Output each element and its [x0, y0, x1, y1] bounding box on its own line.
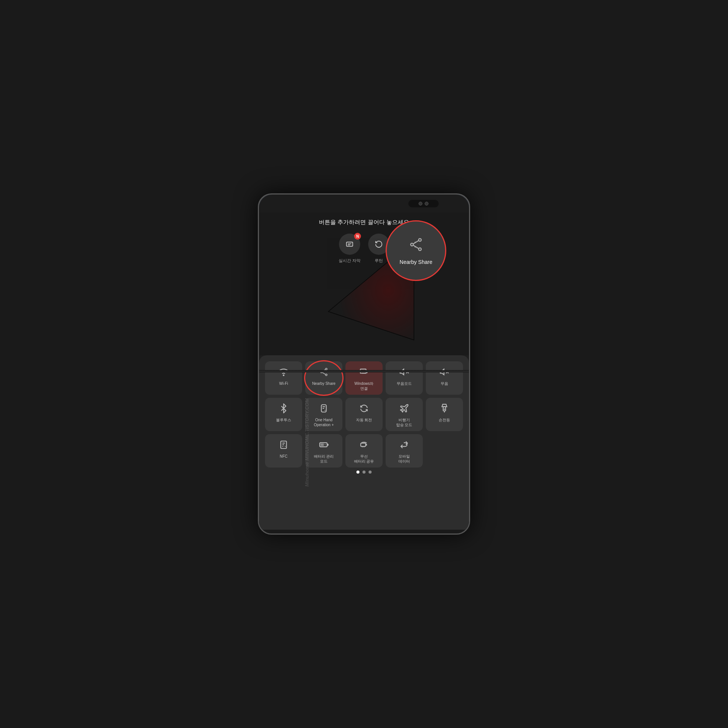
auto-rotate-label: 자동 회전: [356, 417, 372, 422]
tile-empty: [426, 434, 463, 468]
wireless-battery-icon: [357, 438, 371, 452]
badge-n: N: [354, 233, 361, 240]
svg-point-13: [325, 374, 327, 376]
dot-3[interactable]: [369, 471, 372, 474]
tile-battery-mode[interactable]: 배터리 관리모드: [305, 434, 342, 468]
device: 버튼을 추가하려면 끌어다 놓으세요: [258, 193, 470, 535]
live-caption-icon: N: [339, 234, 360, 255]
instruction-text: 버튼을 추가하려면 끌어다 놓으세요: [319, 219, 409, 226]
silent-mode-label: 무음모드: [397, 381, 412, 386]
routines-label: 루틴: [375, 258, 383, 264]
one-hand-icon: [317, 402, 331, 415]
one-hand-label: One HandOperation +: [314, 417, 334, 427]
tile-nearby-share[interactable]: Nearby Share: [305, 361, 342, 395]
svg-line-16: [322, 372, 326, 374]
nearby-share-large-icon: [408, 237, 424, 256]
battery-mode-icon: [317, 438, 331, 452]
tile-airplane[interactable]: 비행기탑승 모드: [386, 398, 423, 431]
quick-grid-row1: Wi-Fi Nearby Share: [265, 361, 463, 395]
flashlight-label: 손전등: [439, 417, 450, 422]
svg-point-5: [419, 248, 421, 250]
nearby-share-large-label: Nearby Share: [400, 259, 432, 265]
tile-flashlight[interactable]: 손전등: [426, 398, 463, 431]
dot-2[interactable]: [362, 471, 366, 474]
screen: 버튼을 추가하려면 끌어다 놓으세요: [259, 213, 469, 530]
top-quick-tiles: N 실시간 자막 루틴: [339, 234, 389, 264]
mute-label: 무음: [441, 381, 448, 386]
tile-mobile-data[interactable]: 모바일데이터: [386, 434, 423, 468]
tile-mute[interactable]: 무음: [426, 361, 463, 395]
nearby-share-large[interactable]: Nearby Share: [386, 220, 446, 281]
svg-point-27: [325, 410, 325, 411]
nfc-label: NFC: [280, 454, 288, 459]
svg-line-8: [413, 245, 419, 248]
svg-point-11: [283, 375, 284, 376]
reset-button[interactable]: 초기화: [289, 533, 337, 535]
svg-rect-34: [320, 444, 324, 446]
svg-point-32: [285, 446, 286, 447]
battery-mode-label: 배터리 관리모드: [314, 454, 334, 464]
camera-bar: [259, 195, 469, 213]
nfc-icon: [277, 438, 290, 452]
mobile-data-icon: [397, 438, 411, 452]
tile-silent-mode[interactable]: 무음모드: [386, 361, 423, 395]
windows-connect-label: Windows와연결: [355, 381, 374, 391]
tile-live-caption[interactable]: N 실시간 자막: [339, 234, 361, 264]
mobile-data-label: 모바일데이터: [399, 454, 410, 464]
bluetooth-icon: [277, 402, 290, 415]
quick-grid-row2: 블루투스 One HandOperation +: [265, 398, 463, 431]
top-half: 버튼을 추가하려면 끌어다 놓으세요: [259, 213, 469, 355]
dot-1[interactable]: [356, 471, 359, 474]
camera-dot-2: [425, 202, 428, 206]
airplane-label: 비행기탑승 모드: [396, 417, 413, 427]
svg-point-35: [325, 444, 325, 445]
auto-rotate-icon: [357, 402, 371, 415]
svg-point-4: [419, 238, 421, 241]
svg-line-7: [413, 240, 419, 244]
live-caption-label: 실시간 자막: [339, 258, 361, 264]
tile-nfc[interactable]: NFC: [265, 434, 302, 468]
wifi-label: Wi-Fi: [279, 381, 288, 386]
tile-wifi[interactable]: Wi-Fi: [265, 361, 302, 395]
fold-line: [259, 370, 469, 372]
tile-bluetooth[interactable]: 블루투스: [265, 398, 302, 431]
svg-point-6: [411, 243, 413, 246]
svg-rect-36: [361, 443, 366, 447]
done-button[interactable]: 완료: [397, 533, 439, 535]
quick-grid-row3: NFC 배터리 관리모드: [265, 434, 463, 468]
svg-point-29: [444, 409, 445, 410]
tile-auto-rotate[interactable]: 자동 회전: [345, 398, 383, 431]
wireless-battery-label: 무선배터리 공유: [354, 454, 374, 464]
bottom-actions: 초기화 완료: [259, 530, 469, 535]
airplane-icon: [397, 402, 411, 415]
tile-windows-connect[interactable]: Windows와연결: [345, 361, 383, 395]
flashlight-icon: [438, 402, 451, 415]
quick-settings-panel: Minuhome MINUHOME.TISTORY.COM Wi-Fi: [259, 355, 469, 530]
tile-wireless-battery[interactable]: 무선배터리 공유: [345, 434, 383, 468]
camera-dot-1: [419, 202, 422, 206]
nearby-share-label: Nearby Share: [312, 381, 336, 386]
bluetooth-label: 블루투스: [276, 417, 291, 422]
tile-one-hand[interactable]: One HandOperation +: [305, 398, 342, 431]
page-dots: [265, 471, 463, 474]
camera-bump: [408, 200, 439, 207]
